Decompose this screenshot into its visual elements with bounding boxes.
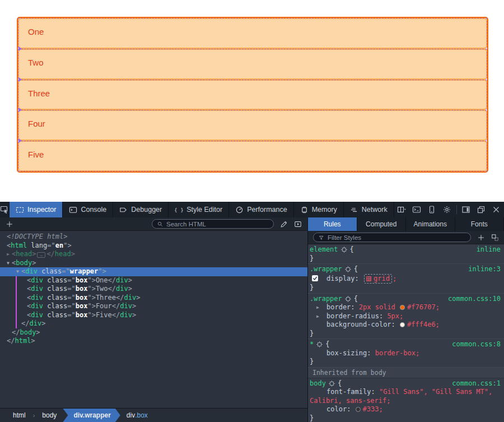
collapse-arrow-icon[interactable]: ▼: [4, 259, 12, 268]
tab-network[interactable]: Network: [344, 202, 394, 217]
css-declaration[interactable]: font-family: "Gill Sans", "Gill Sans MT"…: [308, 388, 504, 405]
separate-window-icon[interactable]: [474, 202, 489, 217]
sidebar-toggle-icon[interactable]: [294, 220, 302, 228]
rule-selector[interactable]: .wrapper: [310, 295, 342, 304]
sidebar-tab-animations[interactable]: Animations: [406, 217, 455, 231]
rule-selector[interactable]: element: [310, 245, 338, 254]
declaration-checkbox[interactable]: [312, 275, 318, 281]
selector-highlighter-icon[interactable]: [329, 381, 335, 387]
selector-highlighter-icon[interactable]: [345, 296, 351, 302]
markup-line[interactable]: </html>: [0, 337, 307, 346]
stylesheet-link[interactable]: common.css:8: [452, 340, 501, 349]
grid-box-one: One: [18, 18, 487, 49]
semicolon: ;: [393, 275, 396, 282]
markup-line[interactable]: </div>: [0, 319, 307, 328]
css-declaration[interactable]: ▶border: 2px solid #f76707;: [308, 303, 504, 312]
markup-token: >: [31, 337, 35, 345]
add-node-icon[interactable]: [6, 220, 13, 228]
responsive-mode-icon[interactable]: [394, 202, 409, 217]
selector-highlighter-icon[interactable]: [341, 247, 347, 253]
stylesheet-link[interactable]: inline: [477, 245, 501, 254]
grid-highlighter-toggle[interactable]: grid: [364, 274, 392, 284]
sidebar-tab-fonts[interactable]: Fonts: [455, 217, 504, 231]
color-swatch[interactable]: [400, 305, 405, 310]
css-declaration[interactable]: ▶border-radius: 5px;: [308, 312, 504, 321]
filter-styles-input[interactable]: Filter Styles: [313, 233, 471, 242]
selector-highlighter-icon[interactable]: [316, 341, 323, 347]
grid-box-label: Two: [28, 58, 44, 67]
expand-arrow-icon[interactable]: ▶: [4, 250, 12, 259]
css-declaration[interactable]: display: grid;: [308, 274, 504, 284]
markup-line[interactable]: ▶<head>…</head>: [0, 250, 307, 259]
collapse-arrow-icon[interactable]: ▼: [14, 267, 21, 276]
markup-token: >: [32, 250, 36, 258]
rules-list: element{inline}.wrapper{inline:3display:…: [308, 244, 504, 422]
tab-style-editor[interactable]: { }Style Editor: [169, 202, 229, 217]
markup-line[interactable]: <html lang="en">: [0, 242, 307, 251]
markup-token: >: [132, 302, 136, 310]
markup-line[interactable]: <div class="box">Two</div>: [0, 285, 307, 294]
console-icon: [69, 206, 77, 214]
pick-element-icon[interactable]: [0, 202, 10, 217]
pseudo-class-panel-icon[interactable]: [491, 234, 499, 242]
tab-label: Style Editor: [186, 206, 222, 214]
grid-box-three: Three: [18, 80, 487, 110]
tab-memory[interactable]: Memory: [294, 202, 344, 217]
expand-shorthand-icon[interactable]: ▶: [316, 312, 319, 321]
markup-token: …: [37, 252, 45, 258]
css-declaration[interactable]: color: #333;: [308, 405, 504, 414]
markup-token: class: [43, 276, 67, 284]
rule-selector[interactable]: body: [310, 379, 326, 388]
stylesheet-link[interactable]: inline:3: [468, 265, 501, 274]
markup-token: wrapper: [70, 267, 99, 275]
markup-token: lang: [27, 242, 47, 249]
expand-shorthand-icon[interactable]: ▶: [316, 303, 319, 312]
markup-token: =": [67, 285, 75, 293]
css-declaration[interactable]: box-sizing: border-box;: [308, 349, 504, 358]
breadcrumb-item[interactable]: div.box: [120, 409, 154, 422]
search-html-input[interactable]: Search HTML: [152, 219, 274, 229]
markup-token: ">: [87, 276, 95, 284]
sidebar-tab-computed[interactable]: Computed: [357, 217, 407, 231]
close-brace: }: [308, 254, 504, 263]
network-icon: [350, 206, 358, 214]
settings-gear-icon[interactable]: [440, 202, 455, 217]
markup-line[interactable]: <div class="box">One</div>: [0, 276, 307, 285]
markup-line[interactable]: <div class="box">Four</div>: [0, 302, 307, 311]
add-rule-icon[interactable]: [477, 234, 485, 242]
rule-selector[interactable]: *: [310, 340, 314, 349]
tab-inspector[interactable]: Inspector: [10, 202, 63, 217]
device-icon[interactable]: [424, 202, 440, 217]
markup-line[interactable]: <div class="box">Five</div>: [0, 311, 307, 320]
property-value: #fff4e6;: [407, 321, 440, 328]
markup-token: head: [55, 250, 71, 258]
markup-line[interactable]: ▼<body>: [0, 259, 307, 268]
split-console-icon[interactable]: [409, 202, 424, 217]
markup-line[interactable]: </body>: [0, 328, 307, 337]
stylesheet-link[interactable]: common.css:10: [448, 295, 501, 304]
markup-line[interactable]: <!DOCTYPE html>: [0, 233, 307, 242]
breadcrumb-part: .box: [135, 411, 148, 419]
selector-highlighter-icon[interactable]: [345, 266, 351, 272]
breadcrumb-item[interactable]: div.wrapper: [63, 409, 120, 422]
css-declaration[interactable]: background-color: #fff4e6;: [308, 321, 504, 330]
devtools-panel: InspectorConsoleDebugger{ }Style EditorP…: [0, 202, 504, 422]
rule-selector[interactable]: .wrapper: [310, 265, 342, 274]
breadcrumb-item[interactable]: html: [7, 409, 32, 422]
color-swatch[interactable]: [356, 407, 361, 412]
sidebar-tab-rules[interactable]: Rules: [308, 217, 357, 231]
tab-debugger[interactable]: Debugger: [113, 202, 169, 217]
markup-line[interactable]: ▼<div class="wrapper">: [0, 267, 307, 276]
dock-side-icon[interactable]: [459, 202, 474, 217]
grid-icon: [366, 275, 374, 282]
tab-console[interactable]: Console: [63, 202, 113, 217]
tab-performance[interactable]: Performance: [229, 202, 294, 217]
eyedropper-icon[interactable]: [280, 220, 288, 228]
markup-panel: Search HTML <!DOCTYPE html><html lang="e…: [0, 217, 308, 422]
color-swatch[interactable]: [400, 322, 405, 327]
stylesheet-link[interactable]: common.css:1: [452, 379, 501, 388]
markup-line[interactable]: <div class="box">Three</div>: [0, 294, 307, 303]
breadcrumb-item[interactable]: body: [36, 409, 63, 422]
close-icon[interactable]: [489, 202, 504, 217]
braces-icon: { }: [175, 206, 183, 214]
